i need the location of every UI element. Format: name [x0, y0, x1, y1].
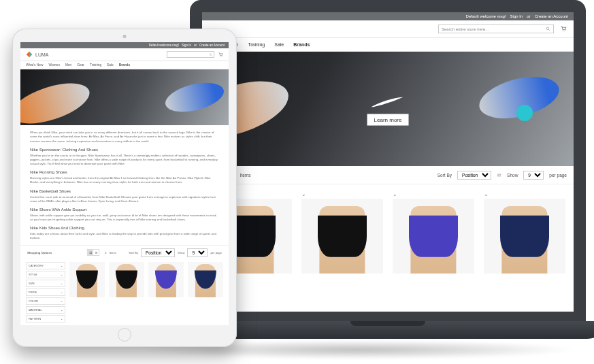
svg-rect-21: [95, 253, 98, 254]
search-placeholder: Search entire store here...: [442, 27, 489, 31]
svg-rect-17: [89, 252, 90, 253]
nav-men[interactable]: Men: [65, 63, 71, 67]
chevron-down-icon: ⌄: [393, 191, 397, 197]
section-paragraph: Shoes with ankle support give you stabil…: [30, 214, 219, 222]
sort-direction-icon[interactable]: [497, 173, 501, 178]
svg-point-13: [220, 56, 220, 56]
chevron-down-icon: ⌄: [484, 191, 489, 197]
product-card[interactable]: ⌄: [393, 191, 474, 274]
filter-pattern[interactable]: PATTERN⌄: [26, 315, 65, 322]
store-header: Search entire store here...: [202, 20, 574, 38]
per-page-label: per page: [210, 251, 222, 254]
items-count: 4: [105, 251, 106, 254]
sort-label: Sort By: [438, 173, 452, 178]
svg-rect-18: [90, 252, 91, 253]
luma-icon: [26, 51, 33, 58]
home-button[interactable]: [118, 328, 131, 342]
nav-sale[interactable]: Sale: [274, 42, 284, 47]
search-input[interactable]: Search entire store here...: [438, 24, 554, 33]
sign-in-link[interactable]: Sign In: [510, 14, 523, 18]
store-header: LUMA: [20, 48, 229, 61]
filter-style[interactable]: STYLE⌄: [26, 271, 65, 278]
section-heading: Nike Kids Shoes And Clothing: [30, 226, 219, 230]
product-card[interactable]: [148, 262, 184, 297]
search-icon: [209, 53, 212, 56]
nav-brands[interactable]: Brands: [119, 63, 131, 67]
section-paragraph: Running styles are Nike's bread and butt…: [30, 176, 219, 184]
show-label: Show: [178, 251, 184, 254]
filter-category[interactable]: CATEGORY⌄: [26, 262, 65, 269]
welcome-msg: Default welcome msg!: [149, 44, 179, 47]
or-text: or: [527, 14, 530, 18]
per-page-label: per page: [549, 173, 567, 178]
cart-icon[interactable]: [561, 26, 567, 32]
tablet-device: Default welcome msg! Sign In or Create a…: [12, 29, 237, 347]
laptop-device: Default welcome msg! Sign In or Create a…: [190, 0, 586, 321]
product-toolbar: 4 Items Sort By Position Show 9 per page: [202, 166, 574, 184]
learn-more-button[interactable]: Learn more: [367, 114, 409, 126]
main-nav: What's New Women Men Gear Training Sale …: [20, 61, 229, 69]
nike-logo-icon: [367, 97, 404, 110]
svg-rect-16: [90, 251, 91, 252]
section-heading: Nike Shoes With Ankle Support: [30, 208, 219, 212]
sort-select[interactable]: Position: [457, 171, 491, 180]
nav-training[interactable]: Training: [248, 42, 265, 47]
svg-point-0: [546, 27, 549, 30]
content-body: When you think Nike, your mind can take …: [20, 125, 229, 245]
nav-women[interactable]: Women: [48, 63, 59, 67]
product-card[interactable]: [69, 262, 105, 297]
main-nav: Men Gear Training Sale Brands: [202, 38, 574, 52]
create-account-link[interactable]: Create an Account: [199, 44, 225, 47]
svg-point-2: [563, 31, 563, 31]
brand-logo[interactable]: LUMA: [26, 51, 48, 58]
nav-training[interactable]: Training: [90, 63, 101, 67]
nav-sale[interactable]: Sale: [107, 63, 114, 67]
product-toolbar: Shopping Options 4 Items Sort By Positio…: [20, 245, 229, 259]
welcome-msg: Default welcome msg!: [466, 14, 506, 18]
svg-rect-20: [95, 252, 98, 253]
section-paragraph: Kids today are serious about their kicks…: [30, 232, 219, 240]
sign-in-link[interactable]: Sign In: [182, 44, 191, 47]
search-input[interactable]: [167, 51, 214, 58]
svg-line-1: [548, 29, 550, 31]
section-heading: Nike Basketball Shoes: [30, 189, 219, 193]
chevron-down-icon: ⌄: [301, 191, 306, 197]
sort-select[interactable]: Position: [141, 248, 175, 257]
section-paragraph: Whether you're on the courts or in the g…: [30, 154, 219, 166]
filter-color[interactable]: COLOR⌄: [26, 297, 65, 305]
show-label: Show: [507, 173, 518, 178]
svg-line-12: [211, 55, 212, 56]
product-card[interactable]: ⌄: [484, 191, 565, 274]
section-heading: Nike Running Shoes: [30, 170, 219, 174]
or-text: or: [194, 44, 197, 47]
hero-banner: Learn more: [202, 52, 574, 166]
filter-price[interactable]: PRICE⌄: [26, 288, 65, 296]
svg-point-14: [221, 56, 222, 56]
intro-paragraph: When you think Nike, your mind can take …: [30, 131, 219, 143]
filter-sidebar: CATEGORY⌄ STYLE⌄ SIZE⌄ PRICE⌄ COLOR⌄ MAT…: [26, 262, 65, 322]
filter-size[interactable]: SIZE⌄: [26, 280, 65, 287]
laptop-screen: Default welcome msg! Sign In or Create a…: [202, 12, 574, 312]
product-card[interactable]: [109, 262, 144, 297]
list-view-icon[interactable]: [93, 250, 99, 255]
create-account-link[interactable]: Create an Account: [535, 14, 568, 18]
product-card[interactable]: [188, 262, 223, 297]
items-label: Items: [240, 173, 251, 178]
cart-icon[interactable]: [218, 52, 223, 57]
show-select[interactable]: 9: [523, 171, 544, 180]
filter-material[interactable]: MATERIAL⌄: [26, 306, 65, 314]
section-heading: Nike Sportswear: Clothing And Shoes: [30, 148, 219, 152]
product-card[interactable]: ⌄: [301, 191, 383, 274]
section-paragraph: Control the court with an arsenal of sil…: [30, 195, 219, 203]
svg-point-11: [210, 53, 212, 55]
view-mode-toggle[interactable]: [87, 249, 99, 256]
nav-gear[interactable]: Gear: [77, 63, 84, 67]
nav-brands[interactable]: Brands: [293, 42, 310, 47]
sort-label: Sort By: [129, 251, 138, 254]
show-select[interactable]: 9: [187, 248, 208, 257]
svg-point-3: [565, 31, 565, 31]
hero-banner: [20, 69, 229, 125]
nav-whats-new[interactable]: What's New: [26, 63, 43, 67]
product-grid: [69, 262, 223, 322]
account-topbar: Default welcome msg! Sign In or Create a…: [202, 12, 574, 20]
